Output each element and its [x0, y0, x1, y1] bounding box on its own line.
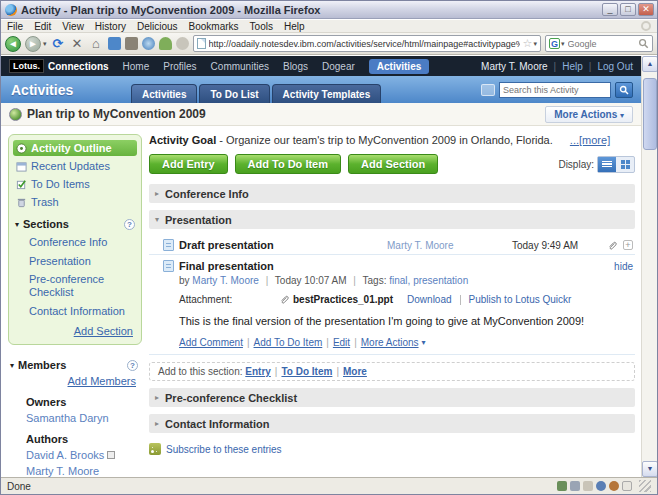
more-actions-button[interactable]: More Actions ▾	[545, 106, 633, 123]
logout-link[interactable]: Log Out	[597, 61, 633, 72]
add-members-link[interactable]: Add Members	[14, 375, 136, 387]
tab-activities[interactable]: Activities	[131, 84, 197, 103]
sections-help-icon[interactable]: ?	[124, 219, 135, 230]
mail-status-icon[interactable]	[583, 481, 593, 491]
google-search-box[interactable]: G ▾	[545, 35, 653, 52]
sidebar-item-todo-items[interactable]: To Do Items	[13, 176, 137, 192]
add-todo-item-link[interactable]: To Do Item	[281, 366, 332, 377]
menu-history[interactable]: History	[95, 21, 126, 32]
edit-link[interactable]: Edit	[333, 337, 350, 348]
vertical-scrollbar[interactable]: ▲ ▼	[641, 56, 657, 477]
close-button[interactable]: ✕	[638, 3, 654, 16]
sidebar-item-recent-updates[interactable]: Recent Updates	[13, 158, 137, 174]
expand-entry-icon[interactable]: +	[623, 240, 633, 250]
extension-person-icon[interactable]	[159, 37, 172, 50]
activity-search-input[interactable]	[499, 82, 611, 98]
sidebar-section-pre-conference-checklist[interactable]: Pre-conference Checklist	[29, 273, 137, 298]
menu-bookmarks[interactable]: Bookmarks	[189, 21, 239, 32]
bookmark-star-icon[interactable]: ☆	[523, 37, 533, 50]
forward-button[interactable]: ►	[25, 36, 41, 52]
nav-blogs[interactable]: Blogs	[283, 61, 308, 72]
search-magnifier-icon[interactable]	[638, 38, 649, 49]
member-marty-moore[interactable]: Marty T. Moore	[26, 465, 140, 477]
scrollbar-thumb[interactable]	[643, 78, 657, 150]
minimize-button[interactable]: _	[602, 3, 618, 16]
tree-view-button[interactable]	[616, 157, 634, 172]
globe-status-icon[interactable]	[596, 481, 606, 491]
publish-to-quickr-link[interactable]: Publish to Lotus Quickr	[469, 294, 572, 305]
member-samantha-daryn[interactable]: Samantha Daryn	[26, 412, 140, 424]
smiley-status-icon[interactable]	[609, 481, 619, 491]
menu-view[interactable]: View	[62, 21, 84, 32]
goal-more-link[interactable]: ...[more]	[570, 134, 610, 146]
sidebar-section-conference-info[interactable]: Conference Info	[29, 236, 137, 249]
entry-more-actions-link[interactable]: More Actions	[361, 337, 419, 348]
subscribe-link[interactable]: Subscribe to these entries	[166, 444, 282, 455]
extension-window-icon[interactable]	[108, 37, 121, 50]
help-link[interactable]: Help	[562, 61, 583, 72]
scroll-up-button[interactable]: ▲	[642, 56, 658, 72]
scroll-down-button[interactable]: ▼	[642, 461, 658, 477]
extension-status-icon[interactable]	[557, 481, 567, 491]
extension-briefcase-icon[interactable]	[125, 37, 138, 50]
extension-status-icon[interactable]	[570, 481, 580, 491]
extension-magnifier-icon[interactable]	[176, 37, 189, 50]
download-link[interactable]: Download	[407, 294, 451, 305]
nav-dogear[interactable]: Dogear	[322, 61, 355, 72]
hide-link[interactable]: hide	[614, 261, 633, 272]
maximize-button[interactable]: □	[620, 3, 636, 16]
entry-author-link[interactable]: Marty T. Moore	[192, 275, 259, 286]
entry-draft-presentation[interactable]: Draft presentation Marty T. Moore Today …	[149, 236, 635, 255]
tab-todo-list[interactable]: To Do List	[199, 84, 269, 103]
sidebar-item-activity-outline[interactable]: Activity Outline	[13, 140, 137, 156]
add-todo-item-button[interactable]: Add To Do Item	[235, 154, 341, 174]
menu-file[interactable]: File	[7, 21, 23, 32]
menu-help[interactable]: Help	[284, 21, 305, 32]
extension-globe-icon[interactable]	[142, 37, 155, 50]
add-todo-link[interactable]: Add To Do Item	[254, 337, 323, 348]
resize-grip[interactable]	[639, 480, 651, 492]
member-david-brooks[interactable]: David A. Brooks	[26, 449, 140, 461]
history-dropdown-icon[interactable]: ▾	[43, 40, 47, 48]
edit-status-icon[interactable]	[622, 481, 632, 491]
add-more-link[interactable]: More	[343, 366, 367, 377]
nav-activities[interactable]: Activities	[369, 59, 429, 74]
nav-profiles[interactable]: Profiles	[163, 61, 196, 72]
tag-final-link[interactable]: final,	[389, 275, 410, 286]
nav-home[interactable]: Home	[123, 61, 150, 72]
add-entry-button[interactable]: Add Entry	[149, 154, 228, 174]
url-bar[interactable]: ☆ ▾	[193, 35, 541, 52]
attachment-file-name[interactable]: bestPractices_01.ppt	[293, 294, 393, 305]
tag-presentation-link[interactable]: presentation	[413, 275, 468, 286]
menu-delicious[interactable]: Delicious	[137, 21, 178, 32]
tab-activity-templates[interactable]: Activity Templates	[272, 84, 382, 103]
reload-button[interactable]: ⟳	[51, 36, 66, 51]
members-header[interactable]: ▾ Members ?	[10, 359, 138, 371]
sidebar-section-presentation[interactable]: Presentation	[29, 255, 137, 268]
list-view-button[interactable]	[598, 157, 616, 172]
entry-author-link[interactable]: Marty T. Moore	[387, 240, 507, 251]
back-button[interactable]: ◄	[5, 36, 21, 52]
sidebar-section-contact-information[interactable]: Contact Information	[29, 305, 137, 318]
url-input[interactable]	[209, 39, 520, 49]
url-dropdown-icon[interactable]: ▾	[533, 40, 537, 48]
google-search-input[interactable]	[568, 39, 635, 49]
add-entry-link[interactable]: Entry	[245, 366, 271, 377]
menu-edit[interactable]: Edit	[34, 21, 51, 32]
section-pre-conference-checklist[interactable]: ▸ Pre-conference Checklist	[149, 388, 635, 407]
sidebar-item-trash[interactable]: Trash	[13, 194, 137, 210]
sections-header[interactable]: ▾ Sections ?	[15, 218, 135, 230]
search-scope-icon[interactable]	[481, 84, 495, 96]
home-button[interactable]: ⌂	[89, 36, 104, 51]
add-section-link[interactable]: Add Section	[17, 325, 133, 337]
add-comment-link[interactable]: Add Comment	[179, 337, 243, 348]
section-conference-info[interactable]: ▸ Conference Info	[149, 184, 635, 203]
section-contact-information[interactable]: ▸ Contact Information	[149, 414, 635, 433]
engine-dropdown-icon[interactable]: ▾	[561, 40, 565, 48]
members-help-icon[interactable]: ?	[127, 360, 138, 371]
section-presentation[interactable]: ▾ Presentation	[149, 210, 635, 229]
menu-tools[interactable]: Tools	[250, 21, 273, 32]
search-button[interactable]	[615, 82, 633, 98]
current-user[interactable]: Marty T. Moore	[481, 61, 548, 72]
stop-button[interactable]: ✕	[70, 36, 85, 51]
